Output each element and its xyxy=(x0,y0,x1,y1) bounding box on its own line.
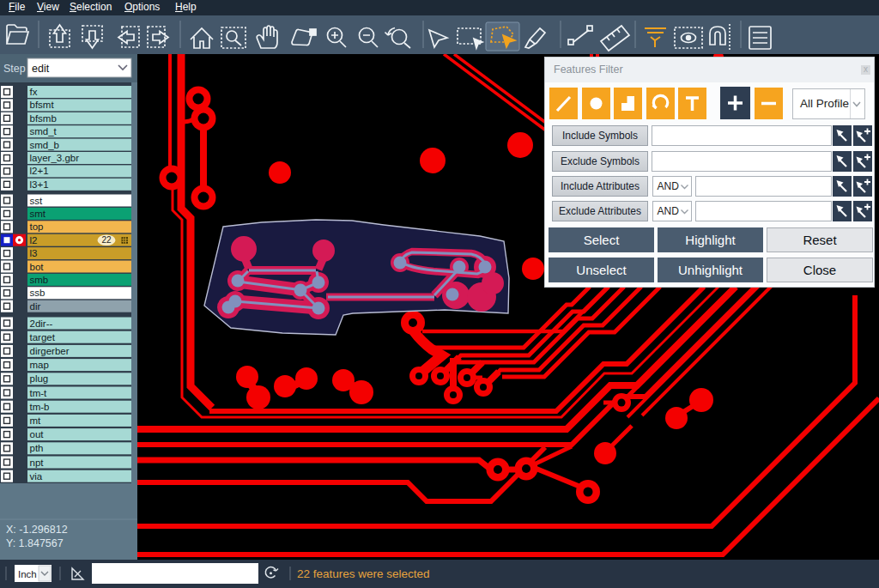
svg-text:22 features were selected: 22 features were selected xyxy=(297,567,430,580)
svg-text:Inch: Inch xyxy=(18,569,37,579)
svg-text:via: via xyxy=(30,471,43,482)
svg-text:l3+1: l3+1 xyxy=(30,179,49,190)
svg-text:22: 22 xyxy=(101,235,112,245)
svg-text:Y: 1.847567: Y: 1.847567 xyxy=(6,537,64,549)
svg-text:edit: edit xyxy=(32,63,50,75)
svg-text:dir: dir xyxy=(30,301,41,312)
svg-text:X: -1.296812: X: -1.296812 xyxy=(6,524,68,536)
svg-text:tm-t: tm-t xyxy=(30,388,48,398)
svg-text:smt: smt xyxy=(30,209,46,219)
svg-text:top: top xyxy=(30,221,44,232)
svg-text:pth: pth xyxy=(30,443,44,453)
svg-text:mt: mt xyxy=(30,415,42,426)
svg-text:smb: smb xyxy=(30,275,49,285)
svg-text:layer_3.gbr: layer_3.gbr xyxy=(30,153,80,163)
svg-text:l3: l3 xyxy=(30,248,38,258)
svg-text:smd_b: smd_b xyxy=(30,140,60,150)
svg-text:bot: bot xyxy=(30,262,45,272)
svg-text:map: map xyxy=(30,360,49,370)
svg-text:npt: npt xyxy=(30,458,45,468)
svg-text:Step: Step xyxy=(3,63,26,75)
svg-text:l2+1: l2+1 xyxy=(30,166,49,176)
svg-text:bfsmb: bfsmb xyxy=(30,113,57,124)
svg-text:bfsmt: bfsmt xyxy=(30,100,55,110)
svg-text:sst: sst xyxy=(30,196,44,206)
svg-text:out: out xyxy=(30,429,45,439)
svg-text:ssb: ssb xyxy=(30,288,45,298)
svg-text:l2: l2 xyxy=(30,235,38,246)
svg-text:plug: plug xyxy=(30,373,49,384)
svg-text:2dir--: 2dir-- xyxy=(30,318,53,329)
svg-text:dirgerber: dirgerber xyxy=(30,346,70,356)
svg-text:smd_t: smd_t xyxy=(30,126,58,136)
svg-text:fx: fx xyxy=(30,87,38,97)
svg-text:tm-b: tm-b xyxy=(30,402,50,412)
svg-text:target: target xyxy=(30,332,56,342)
